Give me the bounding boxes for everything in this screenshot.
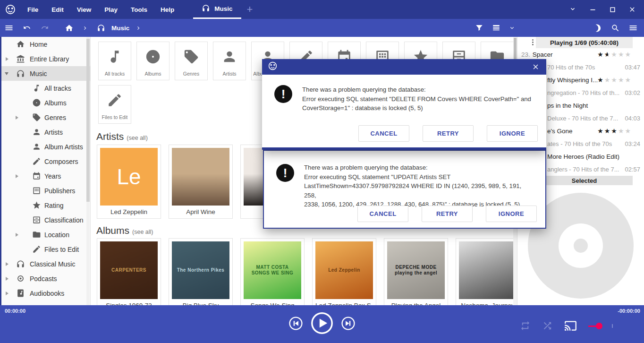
sleep-timer-button[interactable] bbox=[589, 19, 607, 37]
expand-arrow-icon[interactable] bbox=[16, 116, 18, 120]
close-icon bbox=[532, 63, 540, 71]
breadcrumb-music-label[interactable]: Music bbox=[110, 25, 131, 32]
sidebar-item-rating[interactable]: Rating bbox=[0, 198, 90, 213]
sidebar-item-genres[interactable]: Genres bbox=[0, 110, 90, 125]
menu-help[interactable]: Help bbox=[154, 0, 181, 19]
track-rating[interactable]: ★★★★★★ bbox=[597, 51, 632, 58]
menu-view[interactable]: View bbox=[70, 0, 98, 19]
albums-see-all-link[interactable]: (see all) bbox=[132, 229, 153, 235]
new-tab-button[interactable]: + bbox=[241, 3, 259, 16]
dialog-buttons: CANCELRETRYIGNORE bbox=[357, 206, 537, 222]
track-rating[interactable]: ★★★★★ bbox=[597, 128, 632, 134]
expand-arrow-icon[interactable] bbox=[6, 57, 8, 61]
tab-music[interactable]: Music bbox=[193, 0, 241, 19]
sidebar-item-music[interactable]: Music bbox=[0, 66, 90, 81]
expand-arrow-icon[interactable] bbox=[6, 262, 8, 266]
dialog-close-button[interactable] bbox=[531, 62, 541, 72]
now-playing-header-label[interactable]: Playing 1/69 (05:40:08) bbox=[536, 37, 633, 48]
repeat-button[interactable] bbox=[520, 320, 531, 331]
expand-arrow-icon[interactable] bbox=[6, 277, 8, 281]
album-card-big-blue-sky[interactable]: The Northern PikesBig Blue Sky bbox=[169, 238, 233, 305]
menu-edit[interactable]: Edit bbox=[45, 0, 70, 19]
play-button[interactable] bbox=[311, 312, 333, 334]
minimize-button[interactable] bbox=[588, 5, 597, 14]
headphones-icon bbox=[16, 259, 25, 268]
redo-button[interactable] bbox=[36, 19, 54, 37]
maximize-button[interactable] bbox=[608, 5, 617, 14]
building-icon bbox=[32, 186, 41, 195]
sidebar-item-podcasts[interactable]: Podcasts bbox=[0, 271, 90, 286]
track-title: ps in the Night bbox=[547, 102, 588, 109]
sidebar-item-files-to-edit[interactable]: Files to Edit bbox=[0, 242, 90, 257]
sidebar-item-album-artists[interactable]: Album Artists bbox=[0, 139, 90, 154]
sidebar-item-all-tracks[interactable]: All tracks bbox=[0, 81, 90, 95]
dialog-ignore-button[interactable]: IGNORE bbox=[486, 206, 537, 222]
dialog-cancel-button[interactable]: CANCEL bbox=[357, 206, 408, 222]
view-tile-artists[interactable]: Artists bbox=[213, 42, 246, 80]
next-button[interactable] bbox=[341, 316, 356, 331]
album-name: Led Zeppelin Box S... bbox=[315, 302, 373, 305]
sidebar-item-albums[interactable]: Albums bbox=[0, 95, 90, 110]
breadcrumb-chevron[interactable] bbox=[78, 19, 93, 37]
shuffle-button[interactable] bbox=[542, 320, 553, 331]
menu-file[interactable]: File bbox=[21, 0, 45, 19]
previous-button[interactable] bbox=[288, 316, 303, 331]
search-button[interactable] bbox=[607, 19, 624, 37]
view-tile-albums[interactable]: Albums bbox=[136, 42, 169, 80]
album-card-songs-we-sing[interactable]: MATT COSTA SONGS WE SINGSongs We Sing bbox=[240, 238, 305, 305]
album-card-playing-the-angel[interactable]: DEPECHE MODE playing the angelPlaying th… bbox=[384, 238, 448, 305]
volume-slider[interactable] bbox=[588, 322, 616, 330]
breadcrumb-home[interactable] bbox=[60, 19, 78, 37]
artist-card-april-wine[interactable]: April Wine bbox=[169, 145, 233, 219]
collapse-arrow-icon[interactable] bbox=[5, 72, 8, 75]
redo-icon bbox=[40, 23, 50, 33]
star-empty-icon: ★ bbox=[604, 76, 611, 84]
artist-card-led-zeppelin[interactable]: LeLed Zeppelin bbox=[97, 145, 161, 219]
sidebar-item-artists[interactable]: Artists bbox=[0, 125, 90, 139]
menu-tools[interactable]: Tools bbox=[124, 0, 154, 19]
artists-see-all-link[interactable]: (see all) bbox=[127, 135, 147, 141]
artist-name: Led Zeppelin bbox=[100, 208, 158, 215]
album-card-neshoma-journey[interactable]: Neshoma, Journey bbox=[456, 238, 517, 305]
more-menu-button[interactable] bbox=[624, 19, 642, 37]
expand-arrow-icon[interactable] bbox=[6, 292, 8, 295]
dialog-cancel-button[interactable]: CANCEL bbox=[358, 125, 409, 142]
view-tile-genres[interactable]: Genres bbox=[175, 42, 208, 80]
expand-arrow-icon[interactable] bbox=[16, 233, 18, 237]
filter-button[interactable] bbox=[471, 19, 488, 37]
cast-button[interactable] bbox=[564, 319, 577, 332]
track-rating[interactable]: ★★★★★ bbox=[597, 77, 632, 83]
sidebar-item-home[interactable]: Home bbox=[0, 37, 90, 51]
maximize-icon bbox=[609, 6, 616, 13]
sidebar-item-location[interactable]: Location bbox=[0, 227, 90, 242]
sidebar-scrollbar-thumb[interactable] bbox=[86, 39, 90, 202]
album-card-singles-1969-73[interactable]: CARPENTERSSingles 1969-73 bbox=[97, 238, 161, 305]
undo-button[interactable] bbox=[18, 19, 36, 37]
menu-play[interactable]: Play bbox=[98, 0, 124, 19]
volume-knob[interactable] bbox=[596, 323, 602, 329]
sidebar-item-years[interactable]: Years bbox=[0, 169, 90, 183]
view-tile-all-tracks[interactable]: All tracks bbox=[98, 42, 131, 80]
view-mode-dropdown[interactable] bbox=[505, 19, 519, 37]
sidebar-item-classification[interactable]: Classification bbox=[0, 213, 90, 227]
view-tile-files-to-edit[interactable]: Files to Edit bbox=[98, 85, 131, 124]
close-button[interactable] bbox=[628, 5, 636, 14]
sidebar-item-classical-music[interactable]: Classical Music bbox=[0, 257, 90, 271]
dialog-ignore-button[interactable]: IGNORE bbox=[487, 125, 538, 142]
main-menu-button[interactable] bbox=[0, 19, 18, 37]
sidebar-item-entire-library[interactable]: Entire Library bbox=[0, 51, 90, 66]
collapse-ribbon-button[interactable] bbox=[568, 5, 577, 14]
album-card-led-zeppelin-box-s-[interactable]: Led ZeppelinLed Zeppelin Box S... bbox=[312, 238, 376, 305]
sidebar-item-audiobooks[interactable]: Audiobooks bbox=[0, 286, 90, 300]
breadcrumb-chevron-2[interactable] bbox=[131, 19, 146, 37]
calendar-icon bbox=[32, 172, 41, 180]
sidebar-item-composers[interactable]: Composers bbox=[0, 154, 90, 169]
sidebar-item-publishers[interactable]: Publishers bbox=[0, 183, 90, 198]
hamburger-icon bbox=[4, 23, 14, 33]
dialog-retry-button[interactable]: RETRY bbox=[422, 206, 473, 222]
dialog-retry-button[interactable]: RETRY bbox=[423, 125, 474, 142]
dialog-titlebar bbox=[262, 59, 546, 75]
expand-arrow-icon[interactable] bbox=[16, 174, 18, 178]
view-mode-button[interactable] bbox=[488, 19, 505, 37]
sidebar-scrollbar[interactable] bbox=[86, 37, 90, 305]
